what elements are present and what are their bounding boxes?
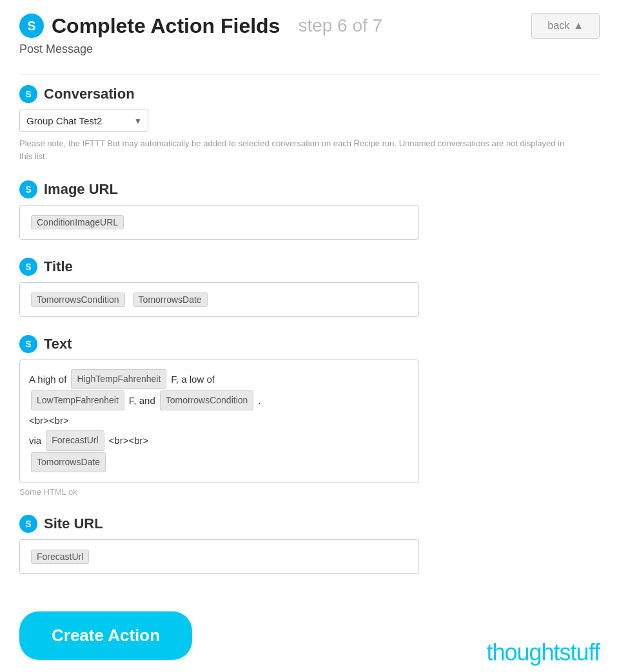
text-prefix-1: A high of (29, 370, 66, 388)
text-br-1: <br><br> (29, 412, 69, 429)
text-line-3: <br><br> (29, 412, 409, 429)
text-token-high-temp[interactable]: HighTempFahrenheit (71, 369, 166, 389)
conversation-header: S Conversation (19, 85, 600, 103)
text-br-2: <br><br> (109, 432, 149, 449)
conversation-select[interactable]: Group Chat Test2 Other Chat (19, 110, 148, 132)
conversation-section: S Conversation Group Chat Test2 Other Ch… (19, 85, 600, 162)
title-header: S Title (19, 258, 600, 276)
site-url-section: S Site URL ForecastUrl (19, 515, 600, 574)
text-line-5: TomorrowsDate (29, 452, 409, 472)
title-label: Title (44, 258, 73, 275)
header-left: S Complete Action Fields step 6 of 7 (19, 14, 382, 38)
page-header: S Complete Action Fields step 6 of 7 bac… (19, 13, 600, 39)
image-url-section: S Image URL ConditionImageURL (19, 180, 600, 240)
title-token-1[interactable]: TomorrowsCondition (31, 293, 125, 307)
text-line-1: A high of HighTempFahrenheit F, a low of (29, 369, 409, 389)
back-button[interactable]: back ▲ (531, 13, 600, 39)
conversation-helper-text: Please note, the IFTTT Bot may automatic… (19, 137, 574, 162)
text-label: Text (44, 336, 72, 352)
skype-icon-text: S (19, 335, 37, 353)
title-section: S Title TomorrowsCondition TomorrowsDate (19, 258, 600, 317)
divider (19, 74, 600, 75)
text-suffix-1: F, a low of (171, 370, 215, 388)
create-action-button[interactable]: Create Action (19, 611, 192, 660)
skype-logo-large: S (19, 14, 44, 38)
title-field[interactable]: TomorrowsCondition TomorrowsDate (19, 282, 419, 317)
text-token-condition[interactable]: TomorrowsCondition (160, 390, 254, 410)
conversation-select-wrapper[interactable]: Group Chat Test2 Other Chat ▼ (19, 110, 148, 132)
site-url-header: S Site URL (19, 515, 600, 533)
text-token-date[interactable]: TomorrowsDate (31, 452, 106, 472)
conversation-label: Conversation (44, 86, 135, 102)
skype-icon-conversation: S (19, 85, 37, 103)
text-mid-2: F, and (129, 392, 155, 409)
image-url-token[interactable]: ConditionImageURL (31, 215, 124, 229)
image-url-header: S Image URL (19, 180, 600, 198)
site-url-field[interactable]: ForecastUrl (19, 539, 419, 574)
site-url-label: Site URL (44, 515, 103, 532)
text-header: S Text (19, 335, 600, 353)
back-chevron-icon: ▲ (573, 20, 584, 32)
text-line-2: LowTempFahrenheit F, and TomorrowsCondit… (29, 390, 409, 410)
skype-icon-site-url: S (19, 515, 37, 533)
text-hint: Some HTML ok (19, 487, 600, 497)
text-token-forecast-url[interactable]: ForecastUrl (46, 430, 104, 450)
text-token-low-temp[interactable]: LowTempFahrenheit (31, 390, 124, 410)
brand-name: thoughtstuff (487, 639, 600, 666)
text-section: S Text A high of HighTempFahrenheit F, a… (19, 335, 600, 497)
image-url-label: Image URL (44, 181, 118, 198)
text-line-4: via ForecastUrl <br><br> (29, 430, 409, 450)
step-label: step 6 of 7 (298, 15, 382, 36)
text-area-field[interactable]: A high of HighTempFahrenheit F, a low of… (19, 360, 419, 483)
skype-icon-title: S (19, 258, 37, 276)
text-end-2: . (258, 392, 260, 409)
image-url-field[interactable]: ConditionImageURL (19, 205, 419, 240)
skype-icon-image-url: S (19, 180, 37, 198)
site-url-token[interactable]: ForecastUrl (31, 550, 89, 564)
page-title: Complete Action Fields (52, 14, 280, 38)
text-via: via (29, 432, 41, 449)
title-token-2[interactable]: TomorrowsDate (133, 293, 208, 307)
back-label: back (547, 20, 569, 32)
sub-title: Post Message (19, 43, 600, 56)
